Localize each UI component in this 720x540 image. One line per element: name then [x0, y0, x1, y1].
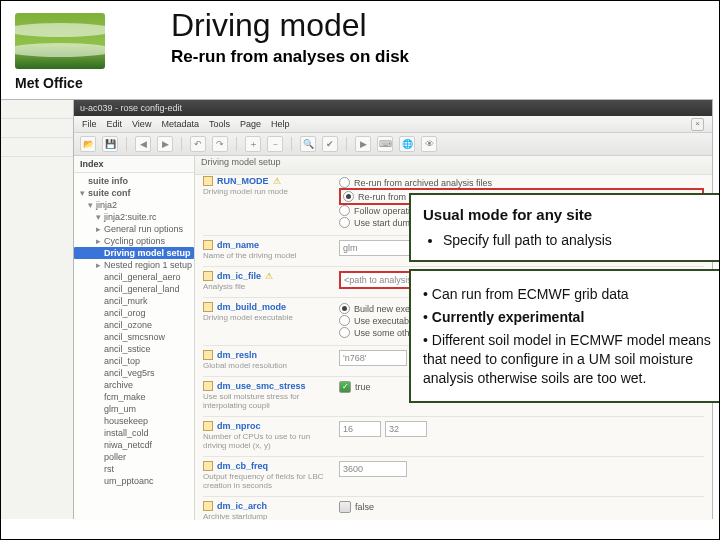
nproc-x-input[interactable]: 16 — [339, 421, 381, 437]
toolbar-separator — [236, 137, 237, 151]
field-sub: Number of CPUs to use to run driving mod… — [203, 432, 331, 450]
menu-view[interactable]: View — [132, 119, 151, 129]
menu-tools[interactable]: Tools — [209, 119, 230, 129]
tree-item[interactable]: ancil_orog — [74, 307, 194, 319]
field-icon — [203, 381, 213, 391]
check-icon — [339, 501, 351, 513]
toolbar-nav-fwd-icon[interactable]: ▶ — [157, 136, 173, 152]
menu-metadata[interactable]: Metadata — [161, 119, 199, 129]
menu-page[interactable]: Page — [240, 119, 261, 129]
toolbar-redo-icon[interactable]: ↷ — [212, 136, 228, 152]
toolbar-separator — [291, 137, 292, 151]
close-icon[interactable]: × — [691, 118, 704, 131]
field-icon — [203, 271, 213, 281]
callout-line: • Different soil model in ECMWF model me… — [423, 331, 719, 388]
tree-item[interactable]: archive — [74, 379, 194, 391]
smc-checkbox[interactable]: ✓true — [339, 381, 371, 393]
field-dm-cb-freq: dm_cb_freqOutput frequency of fields for… — [203, 461, 704, 490]
toolbar-save-icon[interactable]: 💾 — [102, 136, 118, 152]
field-icon — [203, 461, 213, 471]
toolbar-find-icon[interactable]: 🔍 — [300, 136, 316, 152]
field-sub: Archive startdump — [203, 512, 331, 520]
field-icon — [203, 501, 213, 511]
met-office-logo: Met Office — [15, 13, 125, 91]
warn-icon[interactable]: ⚠ — [265, 271, 273, 281]
tree-item[interactable]: glm_um — [74, 403, 194, 415]
window-title: u-ac039 - rose config-edit — [80, 103, 182, 113]
field-sub: Use soil moisture stress for interpolati… — [203, 392, 331, 410]
tree-item[interactable]: install_cold — [74, 427, 194, 439]
radio-icon — [339, 205, 350, 216]
field-key: dm_cb_freq — [217, 461, 268, 471]
tree-item[interactable]: ancil_general_land — [74, 283, 194, 295]
toolbar-validate-icon[interactable]: ✔ — [322, 136, 338, 152]
tree-item[interactable]: ancil_ozone — [74, 319, 194, 331]
menu-file[interactable]: File — [82, 119, 97, 129]
field-icon — [203, 176, 213, 186]
field-icon — [203, 350, 213, 360]
checkbox-label: true — [355, 382, 371, 392]
callout-usual-mode: Usual mode for any site Specify full pat… — [409, 193, 720, 262]
tree-item[interactable]: fcm_make — [74, 391, 194, 403]
tree-item[interactable]: um_pptoanc — [74, 475, 194, 487]
nproc-y-input[interactable]: 32 — [385, 421, 427, 437]
field-key: dm_build_mode — [217, 302, 286, 312]
tree-item[interactable]: ancil_murk — [74, 295, 194, 307]
info-icon[interactable]: ⚠ — [273, 176, 281, 186]
tree-item[interactable]: Driving model setup — [74, 247, 194, 259]
field-key: dm_ic_arch — [217, 501, 267, 511]
toolbar-separator — [181, 137, 182, 151]
toolbar-run-icon[interactable]: ▶ — [355, 136, 371, 152]
tree-item[interactable]: ▸General run options — [74, 223, 194, 235]
toolbar-terminal-icon[interactable]: ⌨ — [377, 136, 393, 152]
toolbar-browser-icon[interactable]: 🌐 — [399, 136, 415, 152]
field-key: dm_resln — [217, 350, 257, 360]
checkbox-label: false — [355, 502, 374, 512]
nav-tree[interactable]: suite info▾suite conf▾jinja2▾jinja2:suit… — [74, 173, 194, 520]
callout-line: • Can run from ECMWF grib data — [423, 285, 719, 304]
tree-item[interactable]: ancil_top — [74, 355, 194, 367]
tree-item[interactable]: niwa_netcdf — [74, 439, 194, 451]
field-icon — [203, 302, 213, 312]
field-key: RUN_MODE — [217, 176, 269, 186]
check-icon: ✓ — [339, 381, 351, 393]
tree-item[interactable]: ▾jinja2:suite.rc — [74, 211, 194, 223]
toolbar-add-icon[interactable]: ＋ — [245, 136, 261, 152]
radio-icon — [339, 217, 350, 228]
slide-title: Driving model — [171, 7, 367, 44]
tree-item[interactable]: rst — [74, 463, 194, 475]
tree-item[interactable]: ancil_sstice — [74, 343, 194, 355]
toolbar-remove-icon[interactable]: － — [267, 136, 283, 152]
tree-item[interactable]: housekeep — [74, 415, 194, 427]
radio-icon — [339, 177, 350, 188]
field-key: dm_name — [217, 240, 259, 250]
tree-item[interactable]: ancil_veg5rs — [74, 367, 194, 379]
dm-resln-input[interactable]: 'n768' — [339, 350, 407, 366]
tree-item[interactable]: poller — [74, 451, 194, 463]
tree-item[interactable]: ▾jinja2 — [74, 199, 194, 211]
tree-item[interactable]: ▾suite conf — [74, 187, 194, 199]
toolbar-view-icon[interactable]: 👁 — [421, 136, 437, 152]
toolbar-nav-back-icon[interactable]: ◀ — [135, 136, 151, 152]
toolbar-open-icon[interactable]: 📂 — [80, 136, 96, 152]
tree-item[interactable]: ancil_general_aero — [74, 271, 194, 283]
tree-item[interactable]: ancil_smcsnow — [74, 331, 194, 343]
toolbar-undo-icon[interactable]: ↶ — [190, 136, 206, 152]
sidebar-header: Index — [74, 156, 194, 173]
logo-label: Met Office — [15, 75, 125, 91]
menu-help[interactable]: Help — [271, 119, 290, 129]
toolbar-separator — [346, 137, 347, 151]
menu-edit[interactable]: Edit — [107, 119, 123, 129]
tree-item[interactable]: suite info — [74, 175, 194, 187]
toolbar-separator — [126, 137, 127, 151]
cb-freq-input[interactable]: 3600 — [339, 461, 407, 477]
slide: Met Office Driving model Re-run from ana… — [0, 0, 720, 540]
field-icon — [203, 421, 213, 431]
tree-item[interactable]: ▸Nested region 1 setup — [74, 259, 194, 271]
field-sub: Driving model run mode — [203, 187, 331, 196]
field-key: dm_ic_file — [217, 271, 261, 281]
ic-arch-checkbox[interactable]: false — [339, 501, 374, 513]
radio-option[interactable]: Re-run from archived analysis files — [339, 177, 704, 188]
cropped-edge-strip — [1, 99, 73, 519]
tree-item[interactable]: ▸Cycling options — [74, 235, 194, 247]
